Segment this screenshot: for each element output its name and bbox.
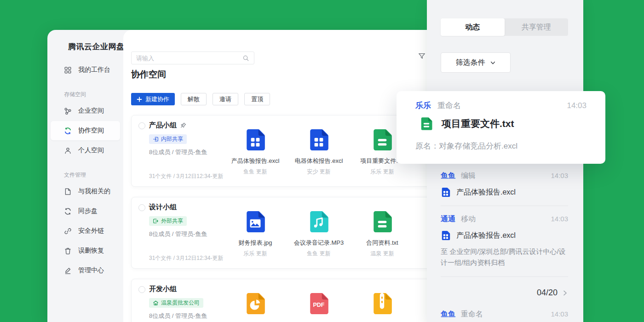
spreadsheet-file-icon bbox=[307, 128, 330, 151]
chevron-down-icon bbox=[490, 60, 496, 66]
sidebar-section-files: 文件管理 bbox=[64, 171, 123, 179]
text-file-icon bbox=[420, 117, 433, 131]
sidebar-item-workbench[interactable]: 我的工作台 bbox=[51, 60, 120, 80]
group-meta: 31个文件 / 3月12日12:34-更新 bbox=[149, 172, 223, 180]
file-item[interactable]: 电器体检报告.excl 安少 更新 bbox=[287, 128, 351, 176]
badge-label: 内部共享 bbox=[161, 135, 183, 143]
link-icon bbox=[64, 227, 72, 235]
filter-label: 筛选条件 bbox=[456, 58, 485, 68]
file-updater: 温泉 更新 bbox=[351, 250, 414, 258]
group-meta: 31个文件 / 3月12日12:34-更新 bbox=[149, 254, 223, 262]
file-name: 财务报表.jpg bbox=[224, 239, 287, 247]
file-name: 合同资料.txt bbox=[351, 239, 414, 247]
file-item[interactable]: 合同资料.txt 温泉 更新 bbox=[351, 210, 414, 258]
file-item[interactable]: 财务报表.jpg 乐乐 更新 bbox=[224, 210, 287, 258]
group-card-list: 产品小组 内部共享 8位成员 / 管理员-鱼鱼 31个文件 / 3月12日1 bbox=[131, 115, 429, 322]
share-badge: 外部共享 bbox=[149, 216, 187, 226]
pen-icon bbox=[64, 267, 72, 275]
filter-conditions-button[interactable]: 筛选条件 bbox=[441, 52, 511, 73]
zip-file-icon bbox=[371, 292, 394, 315]
pin-top-button[interactable]: 置顶 bbox=[244, 93, 270, 105]
toast-file-name: 项目重要文件.txt bbox=[442, 117, 514, 130]
group-members: 8位成员 / 管理员-鱼鱼 bbox=[149, 312, 207, 320]
sidebar-item-label: 与我相关的 bbox=[78, 187, 110, 196]
main-window: 腾讯云企业网盘 我的工作台 存储空间 企业空间 bbox=[47, 30, 429, 322]
search-box[interactable] bbox=[131, 52, 254, 64]
toast-time: 14:03 bbox=[567, 101, 586, 110]
file-item[interactable]: 会议录音记录.MP3 鱼鱼 更新 bbox=[287, 210, 351, 258]
select-radio[interactable] bbox=[138, 286, 145, 293]
sidebar-item-collab-space[interactable]: 协作空间 bbox=[51, 121, 120, 140]
content-area: 协作空间 新建协作 解散 邀请 置顶 产品小组 bbox=[123, 30, 429, 322]
file-item[interactable] bbox=[351, 292, 414, 321]
tab-activity[interactable]: 动态 bbox=[441, 18, 505, 36]
app-logo: 腾讯云企业网盘 bbox=[64, 40, 123, 53]
filter-funnel-icon[interactable] bbox=[418, 52, 426, 60]
rename-notification-card[interactable]: 乐乐 重命名 14:03 项目重要文件.txt 原名：对象存储竞品分析.excl bbox=[397, 91, 605, 164]
collab-sync-icon bbox=[64, 127, 72, 135]
chevron-right-icon[interactable] bbox=[562, 290, 568, 296]
file-item[interactable]: 产品体验报告.excl 鱼鱼 更新 bbox=[224, 128, 287, 176]
sidebar-item-label: 管理中心 bbox=[78, 266, 104, 275]
activity-user: 鱼鱼 bbox=[441, 310, 455, 319]
sidebar-item-secure-link[interactable]: 安全外链 bbox=[51, 221, 120, 241]
audio-file-icon bbox=[307, 210, 330, 233]
badge-label: 温泉蛋批发公司 bbox=[161, 299, 200, 307]
activity-detail: 至 企业空间/深圳总部/腾讯云设计中心/设计一组/组内资料归档 bbox=[441, 246, 568, 268]
file-updater: 乐乐 更新 bbox=[224, 250, 287, 258]
select-radio[interactable] bbox=[138, 204, 145, 211]
activity-time: 14:03 bbox=[551, 172, 568, 179]
toast-user: 乐乐 bbox=[415, 100, 431, 111]
external-share-icon bbox=[153, 218, 159, 224]
select-radio[interactable] bbox=[138, 122, 145, 129]
group-card-design[interactable]: 设计小组 外部共享 8位成员 / 管理员-鱼鱼 31个文件 / 3月12日12:… bbox=[131, 197, 429, 269]
spreadsheet-file-icon bbox=[441, 187, 451, 197]
group-name: 产品小组 bbox=[149, 121, 177, 130]
group-card-dev[interactable]: 开发小组 温泉蛋批发公司 8位成员 / 管理员-鱼鱼 bbox=[131, 279, 429, 322]
sidebar-item-personal-space[interactable]: 个人空间 bbox=[51, 141, 120, 160]
sidebar-item-label: 个人空间 bbox=[78, 146, 104, 155]
activity-action: 移动 bbox=[461, 214, 476, 224]
sidebar: 腾讯云企业网盘 我的工作台 存储空间 企业空间 bbox=[47, 30, 123, 322]
sidebar-item-enterprise-space[interactable]: 企业空间 bbox=[51, 101, 120, 121]
page-indicator: 04/20 bbox=[537, 288, 558, 298]
pdf-file-icon: PDF bbox=[307, 292, 330, 315]
sidebar-item-trash-recovery[interactable]: 误删恢复 bbox=[51, 241, 120, 260]
sidebar-item-related-to-me[interactable]: 与我相关的 bbox=[51, 182, 120, 201]
activity-item[interactable]: 鱼鱼 编辑 14:03 产品体验报告.excl bbox=[441, 171, 568, 206]
new-collab-button[interactable]: 新建协作 bbox=[131, 93, 175, 105]
group-card-product[interactable]: 产品小组 内部共享 8位成员 / 管理员-鱼鱼 31个文件 / 3月12日1 bbox=[131, 115, 429, 187]
sidebar-item-sync-drive[interactable]: 同步盘 bbox=[51, 201, 120, 221]
file-updater: 乐乐 更新 bbox=[351, 168, 414, 176]
pagination: 04/20 bbox=[441, 288, 568, 298]
trash-icon bbox=[64, 247, 72, 255]
org-icon bbox=[64, 107, 72, 115]
sidebar-item-admin-center[interactable]: 管理中心 bbox=[51, 261, 120, 280]
activity-item[interactable]: 通通 移动 14:03 产品体验报告.excl 至 企业空间/深圳总部/腾讯云设… bbox=[441, 214, 568, 277]
pin-icon bbox=[180, 122, 186, 128]
file-updater: 安少 更新 bbox=[287, 168, 351, 176]
spreadsheet-file-icon bbox=[244, 128, 267, 151]
activity-list: 鱼鱼 编辑 14:03 产品体验报告.excl 通通 移动 bbox=[441, 171, 568, 319]
divider bbox=[441, 206, 568, 206]
sidebar-section-storage: 存储空间 bbox=[64, 91, 123, 98]
group-name: 设计小组 bbox=[149, 203, 177, 212]
document-icon bbox=[64, 188, 72, 196]
dissolve-button[interactable]: 解散 bbox=[181, 93, 207, 105]
file-item[interactable]: PDF bbox=[287, 292, 351, 321]
search-icon bbox=[242, 55, 249, 62]
activity-time: 14:03 bbox=[551, 215, 568, 223]
logo-text: 腾讯云企业网盘 bbox=[68, 41, 123, 52]
company-icon bbox=[153, 300, 159, 306]
panel-tabs: 动态 共享管理 bbox=[441, 18, 568, 36]
activity-item[interactable]: 鱼鱼 重命名 14:03 bbox=[441, 310, 568, 319]
search-input[interactable] bbox=[136, 55, 242, 62]
sidebar-item-label: 企业空间 bbox=[78, 107, 104, 115]
plus-icon bbox=[137, 97, 142, 102]
activity-user: 通通 bbox=[441, 214, 455, 224]
tab-share-management[interactable]: 共享管理 bbox=[505, 18, 569, 36]
badge-label: 外部共享 bbox=[161, 217, 183, 225]
invite-button[interactable]: 邀请 bbox=[213, 93, 238, 105]
activity-user: 鱼鱼 bbox=[441, 171, 455, 181]
file-item[interactable] bbox=[224, 292, 287, 321]
